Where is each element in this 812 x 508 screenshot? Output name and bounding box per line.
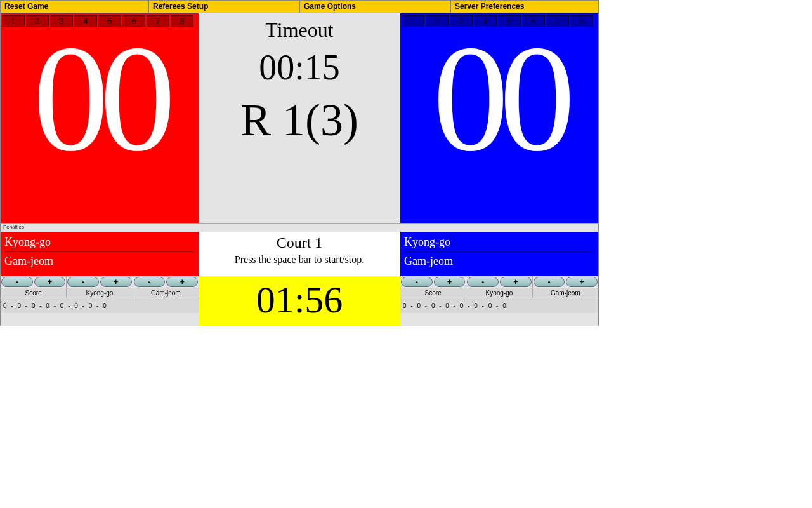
- blue-score-minus[interactable]: -: [401, 277, 433, 287]
- red-gam-minus[interactable]: -: [134, 277, 166, 287]
- scoreboard-app: Reset Game Referees Setup Game Options S…: [0, 0, 599, 326]
- blue-panel: 1 2 3 4 5 6 7 8 00: [400, 13, 598, 223]
- blue-kyong-label: Kyong-go: [466, 288, 532, 298]
- red-score: 00: [1, 22, 199, 175]
- blue-chip-1[interactable]: 1: [402, 15, 424, 27]
- blue-kyong-go-label: Kyong-go: [404, 236, 594, 252]
- red-score-label: Score: [1, 288, 66, 298]
- red-kyong-minus[interactable]: -: [67, 277, 99, 287]
- menu-referees-setup[interactable]: Referees Setup: [149, 1, 300, 13]
- main-scoreboard: 1 2 3 4 5 6 7 8 00 Timeout 00:15 R 1(3) …: [1, 13, 598, 223]
- controls-row: - + Score - + Kyong-go - +: [1, 276, 598, 326]
- hint-text: Press the space bar to start/stop.: [199, 254, 400, 265]
- red-gam-label: Gam-jeom: [133, 288, 199, 298]
- menu-server-preferences[interactable]: Server Preferences: [451, 1, 598, 13]
- menu-reset-game[interactable]: Reset Game: [1, 1, 149, 13]
- red-score-minus[interactable]: -: [1, 277, 33, 287]
- red-penalties: Kyong-go Gam-jeom: [1, 232, 199, 276]
- blue-score-label: Score: [400, 288, 466, 298]
- penalties-label: Penalties: [1, 223, 598, 232]
- red-controls: - + Score - + Kyong-go - +: [1, 276, 199, 326]
- blue-chip-8[interactable]: 8: [570, 15, 593, 27]
- timeout-timer: 00:15: [199, 47, 400, 88]
- blue-kyong-plus[interactable]: +: [500, 277, 532, 287]
- red-gam-plus[interactable]: +: [166, 277, 198, 287]
- blue-gam-label: Gam-jeom: [533, 288, 598, 298]
- red-panel: 1 2 3 4 5 6 7 8 00: [1, 13, 199, 223]
- red-gam-jeom-label: Gam-jeom: [4, 255, 195, 268]
- penalties-row: Kyong-go Gam-jeom Court 1 Press the spac…: [1, 232, 598, 276]
- blue-kyong-minus[interactable]: -: [467, 277, 499, 287]
- main-timer[interactable]: 01:56: [199, 276, 400, 326]
- red-chip-1[interactable]: 1: [2, 15, 25, 27]
- blue-stats: 0 - 0 - 0 - 0 - 0 - 0 - 0 - 0: [400, 298, 598, 313]
- red-chip-8[interactable]: 8: [171, 15, 193, 27]
- red-kyong-label: Kyong-go: [67, 288, 132, 298]
- blue-gam-plus[interactable]: +: [566, 277, 598, 287]
- blue-controls: - + Score - + Kyong-go - +: [400, 276, 598, 326]
- timeout-label: Timeout: [199, 18, 400, 42]
- blue-penalties: Kyong-go Gam-jeom: [400, 232, 598, 276]
- menubar: Reset Game Referees Setup Game Options S…: [1, 1, 598, 13]
- blue-gam-jeom-label: Gam-jeom: [404, 255, 594, 268]
- red-stats: 0 - 0 - 0 - 0 - 0 - 0 - 0 - 0: [1, 298, 199, 313]
- center-panel: Timeout 00:15 R 1(3): [199, 13, 400, 223]
- blue-score: 00: [400, 22, 598, 175]
- menu-game-options[interactable]: Game Options: [300, 1, 451, 13]
- court-label: Court 1: [199, 234, 400, 251]
- red-kyong-go-label: Kyong-go: [4, 236, 195, 252]
- round-indicator: R 1(3): [199, 94, 400, 147]
- red-kyong-plus[interactable]: +: [100, 277, 132, 287]
- red-score-plus[interactable]: +: [34, 277, 66, 287]
- center-info: Court 1 Press the space bar to start/sto…: [199, 232, 400, 276]
- blue-score-plus[interactable]: +: [434, 277, 466, 287]
- blue-gam-minus[interactable]: -: [534, 277, 565, 287]
